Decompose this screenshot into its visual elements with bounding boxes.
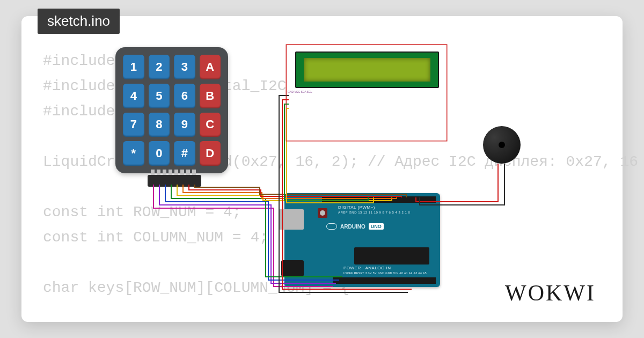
- keypad-key-B[interactable]: B: [200, 84, 221, 108]
- keypad-key-4[interactable]: 4: [123, 84, 144, 108]
- barrel-jack: [281, 260, 304, 276]
- digital-label: DIGITAL (PWM~) AREF GND 13 12 11 10 9 8 …: [338, 205, 410, 215]
- lcd-screen: [304, 58, 430, 82]
- infinity-logo-icon: [326, 223, 337, 230]
- keypad-key-7[interactable]: 7: [123, 113, 144, 137]
- keypad-key-*[interactable]: *: [123, 141, 144, 166]
- keypad-connector: [148, 175, 201, 187]
- keypad-key-2[interactable]: 2: [149, 55, 170, 79]
- keypad-key-6[interactable]: 6: [174, 84, 195, 108]
- preview-card: sketch.ino #include <Wire.h> #include <L…: [21, 16, 623, 322]
- keypad-key-8[interactable]: 8: [149, 113, 170, 137]
- wokwi-brand-logo: WOKWI: [505, 280, 596, 306]
- keypad-key-5[interactable]: 5: [149, 84, 170, 108]
- digital-header: [322, 196, 436, 203]
- keypad-key-3[interactable]: 3: [174, 55, 195, 79]
- lcd-module-board[interactable]: GND VCC SDA SCL: [286, 45, 447, 141]
- lcd-i2c-pin-labels: GND VCC SDA SCL: [288, 90, 312, 94]
- keypad-key-1[interactable]: 1: [123, 55, 144, 79]
- keypad-key-C[interactable]: C: [200, 113, 221, 137]
- arduino-uno-board[interactable]: DIGITAL (PWM~) AREF GND 13 12 11 10 9 8 …: [284, 193, 440, 287]
- keypad-key-0[interactable]: 0: [149, 141, 170, 166]
- power-analog-label: POWER ANALOG IN IOREF RESET 3.3V 5V GND …: [343, 266, 427, 275]
- usb-port: [279, 209, 304, 230]
- power-analog-header: [333, 277, 436, 284]
- keypad-key-#[interactable]: #: [174, 141, 195, 166]
- buzzer-component[interactable]: [483, 126, 521, 164]
- keypad-key-9[interactable]: 9: [174, 113, 195, 137]
- keypad-key-A[interactable]: A: [200, 55, 221, 79]
- reset-button[interactable]: [318, 208, 327, 218]
- filename-tab: sketch.ino: [38, 9, 120, 34]
- membrane-keypad[interactable]: 123A456B789C*0#D: [115, 47, 228, 173]
- atmega-chip: [354, 247, 429, 264]
- keypad-grid: 123A456B789C*0#D: [123, 55, 221, 166]
- lcd-bezel: [295, 52, 439, 88]
- arduino-brand: ARDUINO UNO: [326, 223, 384, 230]
- keypad-key-D[interactable]: D: [200, 141, 221, 166]
- model-badge: UNO: [369, 223, 384, 230]
